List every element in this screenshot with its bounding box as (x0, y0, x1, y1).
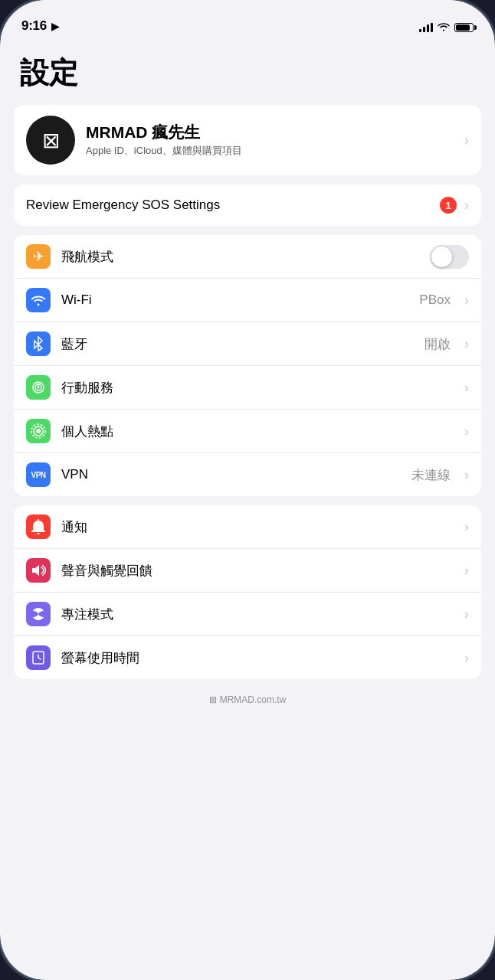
apple-id-card[interactable]: ⊠ MRMAD 瘋先生 Apple ID、iCloud、媒體與購買項目 › (14, 105, 481, 175)
user-name: MRMAD 瘋先生 (86, 122, 454, 142)
apple-id-text: MRMAD 瘋先生 Apple ID、iCloud、媒體與購買項目 (86, 122, 454, 157)
sound-chevron: › (464, 563, 469, 579)
wifi-icon (26, 288, 51, 312)
watermark-text: MRMAD.com.tw (220, 694, 287, 705)
svg-point-3 (36, 429, 41, 433)
vpn-value: 未連線 (411, 466, 451, 484)
avatar: ⊠ (26, 116, 75, 165)
page-title: 設定 (14, 38, 481, 105)
vpn-icon: VPN (26, 462, 51, 487)
status-time: 9:16 ▶ (21, 18, 59, 34)
screentime-icon (26, 645, 51, 670)
list-item[interactable]: Wi-Fi PBox › (14, 279, 481, 322)
airplane-toggle[interactable] (430, 245, 469, 269)
focus-chevron: › (464, 606, 469, 622)
notifications-label: 通知 (61, 518, 454, 536)
airplane-label: 飛航模式 (61, 248, 419, 266)
phone-shell: 9:16 ▶ (0, 0, 495, 980)
bluetooth-icon (26, 332, 51, 356)
screentime-chevron: › (464, 650, 469, 666)
list-item[interactable]: VPN VPN 未連線 › (14, 453, 481, 496)
phone-screen: 9:16 ▶ (0, 0, 495, 980)
network-settings-card: ✈ 飛航模式 Wi-Fi PB (14, 235, 481, 496)
emergency-sos-card[interactable]: Review Emergency SOS Settings 1 › (14, 185, 481, 226)
list-item[interactable]: 螢幕使用時間 › (14, 636, 481, 679)
wifi-chevron: › (464, 292, 469, 309)
wifi-status-icon (438, 21, 450, 34)
list-item[interactable]: 通知 › (14, 505, 481, 549)
content-area: 設定 ⊠ MRMAD 瘋先生 Apple ID、iCloud、媒體與購買項目 › (0, 38, 495, 980)
sound-label: 聲音與觸覺回饋 (61, 562, 454, 580)
wifi-label: Wi-Fi (61, 292, 408, 308)
notifications-chevron: › (464, 519, 469, 535)
hotspot-chevron: › (464, 423, 469, 439)
sos-label: Review Emergency SOS Settings (26, 198, 432, 213)
list-item[interactable]: 個人熱點 › (14, 410, 481, 453)
list-item[interactable]: 聲音與觸覺回饋 › (14, 549, 481, 593)
hotspot-label: 個人熱點 (61, 423, 454, 440)
vpn-chevron: › (464, 467, 469, 483)
watermark-logo: ⊠ (209, 694, 217, 705)
watermark: ⊠ MRMAD.com.tw (14, 688, 481, 708)
vpn-label: VPN (61, 467, 401, 482)
focus-icon (26, 602, 51, 626)
focus-label: 專注模式 (61, 606, 454, 623)
sound-icon (26, 558, 51, 583)
apple-id-chevron: › (464, 132, 469, 149)
airplane-icon: ✈ (26, 244, 51, 269)
list-item[interactable]: 藍牙 開啟 › (14, 322, 481, 366)
sos-chevron: › (464, 198, 469, 214)
bluetooth-chevron: › (464, 336, 469, 352)
sos-row[interactable]: Review Emergency SOS Settings 1 › (14, 185, 481, 226)
cellular-label: 行動服務 (61, 379, 454, 397)
notifications-icon (26, 514, 51, 539)
apple-id-subtitle: Apple ID、iCloud、媒體與購買項目 (86, 144, 454, 158)
bluetooth-label: 藍牙 (61, 335, 414, 353)
system-settings-card: 通知 › 聲音與觸覺回饋 › (14, 505, 481, 679)
cellular-chevron: › (464, 380, 469, 396)
status-icons (419, 21, 474, 34)
list-item[interactable]: 行動服務 › (14, 366, 481, 410)
avatar-icon: ⊠ (42, 128, 60, 153)
signal-icon (419, 23, 433, 32)
list-item[interactable]: ✈ 飛航模式 (14, 235, 481, 279)
sos-badge: 1 (440, 197, 457, 214)
apple-id-row[interactable]: ⊠ MRMAD 瘋先生 Apple ID、iCloud、媒體與購買項目 › (14, 105, 481, 175)
hotspot-icon (26, 419, 51, 443)
status-bar: 9:16 ▶ (0, 0, 495, 38)
list-item[interactable]: 專注模式 › (14, 593, 481, 636)
cellular-icon (26, 375, 51, 400)
screentime-label: 螢幕使用時間 (61, 649, 454, 667)
battery-icon (454, 23, 474, 32)
bluetooth-value: 開啟 (425, 335, 451, 353)
wifi-value: PBox (419, 292, 451, 308)
